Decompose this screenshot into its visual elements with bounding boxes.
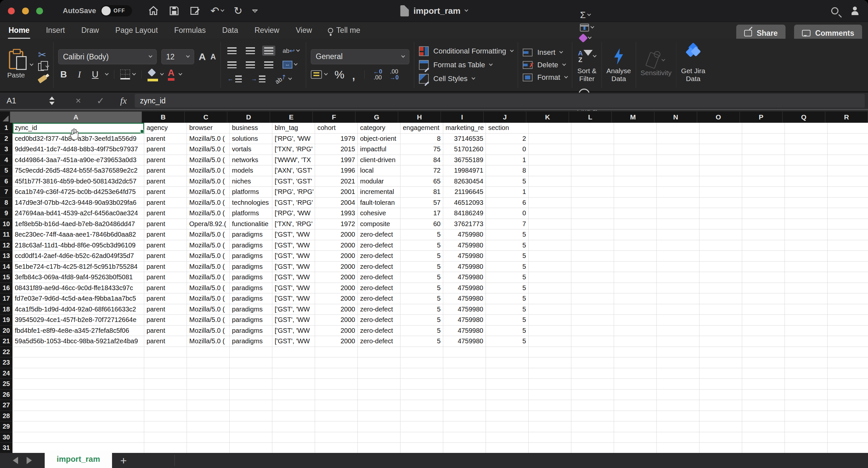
- cell[interactable]: [571, 400, 614, 411]
- cell[interactable]: Mozilla/5.0 (: [187, 304, 230, 315]
- cell[interactable]: [828, 368, 868, 379]
- cell[interactable]: [785, 134, 828, 144]
- cell[interactable]: [144, 347, 187, 358]
- cell[interactable]: paradigms: [230, 229, 272, 240]
- cell[interactable]: technologies: [230, 198, 272, 208]
- cell[interactable]: [571, 144, 614, 155]
- cell[interactable]: [529, 293, 571, 304]
- cell[interactable]: 5: [486, 240, 529, 251]
- autosum-button[interactable]: Σ: [580, 10, 594, 20]
- bold-button[interactable]: B: [58, 69, 69, 80]
- cell[interactable]: [230, 443, 272, 454]
- cell[interactable]: parent: [144, 187, 187, 198]
- cell[interactable]: 5: [401, 229, 443, 240]
- cell[interactable]: [486, 347, 529, 358]
- cell[interactable]: 8: [486, 165, 529, 176]
- cell[interactable]: agency: [144, 123, 187, 134]
- cell[interactable]: [614, 411, 657, 422]
- cell[interactable]: 2000: [315, 283, 358, 294]
- cell[interactable]: ['GST', 'WW: [272, 293, 315, 304]
- cell[interactable]: [272, 411, 315, 422]
- decrease-indent-button[interactable]: ←: [225, 74, 244, 84]
- cell[interactable]: [828, 155, 868, 166]
- cell[interactable]: 2000: [315, 336, 358, 347]
- cell[interactable]: [12, 368, 144, 379]
- cell[interactable]: 5: [486, 293, 529, 304]
- cell[interactable]: [614, 293, 657, 304]
- cell[interactable]: [785, 219, 828, 230]
- cell[interactable]: 5: [486, 176, 529, 187]
- cell[interactable]: [358, 379, 401, 390]
- cell[interactable]: [657, 198, 700, 208]
- cell[interactable]: [443, 358, 486, 368]
- tab-home[interactable]: Home: [8, 23, 30, 37]
- tab-insert[interactable]: Insert: [45, 23, 66, 37]
- account-icon[interactable]: [851, 6, 861, 15]
- cell[interactable]: ['RPG', 'WW: [272, 208, 315, 219]
- cell[interactable]: fd7e03e7-9d6d-4c5d-a4ea-f9bba1aa7bc5: [12, 293, 144, 304]
- cell[interactable]: parent: [144, 155, 187, 166]
- cell[interactable]: [700, 422, 742, 432]
- cell[interactable]: vortals: [230, 144, 272, 155]
- print-icon[interactable]: [189, 6, 200, 16]
- cell[interactable]: [358, 432, 401, 443]
- cell[interactable]: section: [486, 123, 529, 134]
- cell[interactable]: [443, 411, 486, 422]
- cell[interactable]: Mozilla/5.0 (: [187, 336, 230, 347]
- cell[interactable]: [401, 422, 443, 432]
- cell[interactable]: [571, 422, 614, 432]
- cell[interactable]: 5: [486, 229, 529, 240]
- cell[interactable]: [742, 155, 785, 166]
- cell[interactable]: [742, 272, 785, 283]
- cell[interactable]: [700, 155, 742, 166]
- cell[interactable]: [700, 144, 742, 155]
- cell[interactable]: [529, 315, 571, 326]
- cell[interactable]: [529, 229, 571, 240]
- cell[interactable]: [230, 379, 272, 390]
- decrease-decimal-button[interactable]: ←0.00: [373, 69, 382, 80]
- cell[interactable]: paradigms: [230, 272, 272, 283]
- cell[interactable]: [529, 283, 571, 294]
- align-left-button[interactable]: [225, 60, 239, 70]
- cell[interactable]: 5: [401, 304, 443, 315]
- cell[interactable]: [700, 336, 742, 347]
- cell[interactable]: [272, 358, 315, 368]
- cell[interactable]: [785, 400, 828, 411]
- cell[interactable]: [443, 443, 486, 454]
- cell[interactable]: parent: [144, 240, 187, 251]
- cell[interactable]: [742, 229, 785, 240]
- cell[interactable]: 5: [486, 326, 529, 336]
- cell[interactable]: [742, 187, 785, 198]
- cell[interactable]: [401, 347, 443, 358]
- cell[interactable]: [571, 326, 614, 336]
- cell[interactable]: 5: [401, 272, 443, 283]
- cell[interactable]: Mozilla/5.0 (: [187, 208, 230, 219]
- cell[interactable]: [529, 379, 571, 390]
- cell[interactable]: 51701260: [443, 144, 486, 155]
- column-header-H[interactable]: H: [398, 111, 441, 123]
- merge-center-button[interactable]: ⇔: [281, 59, 299, 70]
- cell[interactable]: 1ef8eb5b-b16d-4aed-b7eb-8a20486dd47: [12, 219, 144, 230]
- cell[interactable]: [828, 283, 868, 294]
- cell[interactable]: [828, 134, 868, 144]
- cell[interactable]: [614, 347, 657, 358]
- formula-input[interactable]: zync_id: [135, 94, 865, 108]
- cell[interactable]: [144, 411, 187, 422]
- cell[interactable]: [571, 293, 614, 304]
- cell[interactable]: 2000: [315, 262, 358, 272]
- cell[interactable]: [614, 262, 657, 272]
- cell[interactable]: [657, 326, 700, 336]
- cell[interactable]: Mozilla/5.0 (: [187, 251, 230, 262]
- cell[interactable]: [529, 400, 571, 411]
- cell[interactable]: parent: [144, 144, 187, 155]
- cell[interactable]: [742, 368, 785, 379]
- cell[interactable]: [785, 262, 828, 272]
- cell[interactable]: [828, 315, 868, 326]
- wrap-text-button[interactable]: ab↩: [281, 46, 301, 55]
- cell[interactable]: [828, 390, 868, 400]
- cell[interactable]: 21196645: [443, 187, 486, 198]
- cell[interactable]: 2001: [315, 187, 358, 198]
- comma-style-button[interactable]: ,: [351, 71, 355, 77]
- cell[interactable]: ['GST', 'WW: [272, 326, 315, 336]
- cell[interactable]: 39545029-4ce1-457f-b2e8-70f72712664e: [12, 315, 144, 326]
